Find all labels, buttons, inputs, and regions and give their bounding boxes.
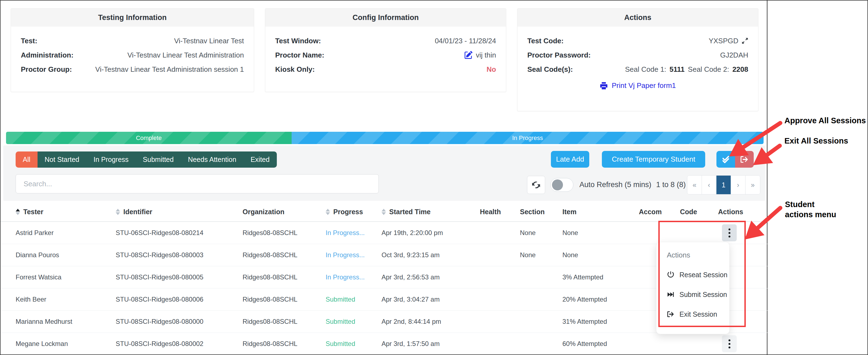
printer-icon <box>600 82 608 90</box>
bulk-session-actions <box>716 151 754 168</box>
menu-item-submit-session[interactable]: Submit Session <box>667 285 729 304</box>
edit-proctor-icon[interactable] <box>464 51 472 59</box>
progress-cell[interactable]: In Progress... <box>326 229 381 237</box>
card-title: Config Information <box>265 8 506 27</box>
started-time-cell: Apr 2nd, 8:44:14 pm <box>381 318 480 325</box>
tab-needs-attention[interactable]: Needs Attention <box>181 152 244 168</box>
pagination-page-1[interactable]: 1 <box>716 175 731 194</box>
pagination-next[interactable]: › <box>731 175 745 194</box>
print-link-label: Print Vj Paper form1 <box>612 82 676 90</box>
item-cell: 31% Attempted <box>562 318 639 325</box>
identifier-cell: STU-08SCI-Ridges08-080006 <box>116 296 243 303</box>
progress-cell: Submitted <box>326 296 381 303</box>
pagination-first[interactable]: « <box>687 175 702 194</box>
search-input[interactable] <box>16 174 379 193</box>
progress-cell[interactable]: In Progress... <box>326 273 381 281</box>
pagination-prev[interactable]: ‹ <box>702 175 716 194</box>
table-row: Astrid Parker STU-06SCI-Ridges08-080214 … <box>1 222 767 244</box>
table-header-row: Tester Identifier Organization Progress … <box>1 202 767 222</box>
approve-all-sessions-button[interactable] <box>716 151 735 168</box>
tester-cell: Astrid Parker <box>16 229 116 237</box>
administration-label: Administration: <box>21 51 73 59</box>
identifier-cell: STU-06SCI-Ridges08-080214 <box>116 229 243 237</box>
seal-code-2-value: 2208 <box>732 65 748 74</box>
auto-refresh-toggle[interactable] <box>550 178 574 192</box>
proctor-password-row: Proctor Password: GJ2DAH <box>527 48 748 62</box>
column-header-started-time[interactable]: Started Time <box>381 208 480 216</box>
tester-cell: Forrest Watsica <box>16 273 116 281</box>
print-paper-form-link[interactable]: Print Vj Paper form1 <box>527 82 748 90</box>
test-code-row: Test Code: YXSPGD <box>527 34 748 48</box>
late-add-button[interactable]: Late Add <box>551 151 589 168</box>
proctor-password-label: Proctor Password: <box>527 51 591 59</box>
tester-cell: Dianna Pouros <box>16 251 116 259</box>
test-code-label: Test Code: <box>527 37 563 45</box>
row-actions-kebab-button[interactable] <box>722 224 737 241</box>
tester-cell: Keith Beer <box>16 296 116 303</box>
tab-not-started[interactable]: Not Started <box>37 152 86 168</box>
exit-all-sessions-button[interactable] <box>735 151 754 168</box>
menu-item-reseat-session[interactable]: Reseat Session <box>667 265 729 285</box>
table-row: Keith Beer STU-08SCI-Ridges08-080006 Rid… <box>1 288 767 311</box>
proctor-dashboard: Testing Information Test: Vi-Testnav Lin… <box>1 1 767 354</box>
skip-end-icon <box>667 291 675 298</box>
power-icon <box>667 271 675 279</box>
tester-cell: Marianna Medhurst <box>16 318 116 325</box>
pagination: « ‹ 1 › » <box>687 175 760 194</box>
test-value: Vi-Testnav Linear Test <box>174 37 244 45</box>
sort-arrows-icon <box>116 209 120 215</box>
column-header-section: Section <box>520 208 562 216</box>
started-time-cell: Apr 19th, 2:20:00 pm <box>381 229 480 237</box>
testing-information-card: Testing Information Test: Vi-Testnav Lin… <box>11 8 254 92</box>
results-range-label: 1 to 8 (8) <box>656 181 686 189</box>
organization-cell: Ridges08-08SCHL <box>243 229 326 237</box>
box-arrow-right-icon <box>667 310 675 318</box>
test-code-value: YXSPGD <box>709 37 738 45</box>
tab-submitted[interactable]: Submitted <box>136 152 181 168</box>
row-actions-kebab-button[interactable] <box>722 335 737 352</box>
item-cell: None <box>562 229 639 237</box>
annotation-student-actions-menu: Student actions menu <box>785 199 836 220</box>
tab-exited[interactable]: Exited <box>243 152 277 168</box>
annotation-approve-all-sessions: Approve All Sessions <box>784 116 866 126</box>
column-header-tester[interactable]: Tester <box>16 208 116 216</box>
screenshot-canvas: Testing Information Test: Vi-Testnav Lin… <box>0 0 868 355</box>
test-window-value: 04/01/23 - 11/28/24 <box>435 37 496 45</box>
create-temporary-student-button[interactable]: Create Temporary Student <box>602 151 705 168</box>
column-header-identifier[interactable]: Identifier <box>116 208 243 216</box>
started-time-cell: Oct 3rd, 9:23:15 am <box>381 251 480 259</box>
progress-in-progress-label: In Progress <box>512 134 543 141</box>
arrow-exit-all <box>766 146 780 156</box>
double-check-icon <box>721 155 731 164</box>
organization-cell: Ridges08-08SCHL <box>243 318 326 325</box>
column-header-accom: Accom <box>639 208 680 216</box>
session-progress-bar: Complete In Progress <box>6 132 764 144</box>
seal-code-1-label: Seal Code 1: <box>625 65 666 74</box>
card-title: Actions <box>518 8 758 27</box>
started-time-cell: Apr 3rd, 2:56:53 am <box>381 273 480 281</box>
table-row: Megane Lockman STU-08SCI-Ridges08-080002… <box>1 333 767 355</box>
menu-header: Actions <box>667 251 729 259</box>
config-information-card: Config Information Test Window: 04/01/23… <box>265 8 506 92</box>
refresh-button[interactable] <box>527 176 545 194</box>
test-label: Test: <box>21 37 37 45</box>
progress-complete-label: Complete <box>136 134 162 141</box>
column-header-progress[interactable]: Progress <box>326 208 381 216</box>
seal-code-1-value: 5111 <box>670 65 685 74</box>
item-cell: 20% Attempted <box>562 296 639 303</box>
pagination-last[interactable]: » <box>745 175 760 194</box>
tab-all[interactable]: All <box>16 152 37 168</box>
identifier-cell: STU-08SCI-Ridges08-080002 <box>116 340 243 348</box>
column-header-health: Health <box>480 208 520 216</box>
progress-cell[interactable]: In Progress... <box>326 251 381 259</box>
tab-in-progress[interactable]: In Progress <box>86 152 136 168</box>
box-arrow-right-icon <box>740 155 749 164</box>
test-row: Test: Vi-Testnav Linear Test <box>21 34 244 48</box>
expand-test-code-icon[interactable] <box>742 37 748 44</box>
administration-value: Vi-Testnav Linear Test Administration <box>127 51 244 59</box>
toggle-knob <box>552 180 563 190</box>
arrow-repeat-icon <box>531 180 541 190</box>
sort-arrows-icon <box>381 209 386 215</box>
identifier-cell: STU-08SCI-Ridges08-080005 <box>116 273 243 281</box>
menu-item-exit-session[interactable]: Exit Session <box>667 304 729 324</box>
